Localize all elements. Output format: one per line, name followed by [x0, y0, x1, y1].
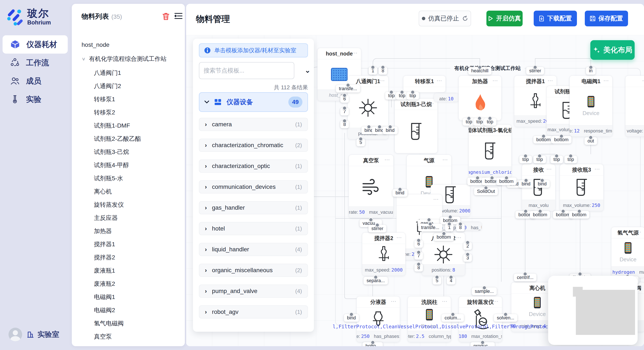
- node-menu-icon[interactable]: ⋯: [391, 298, 397, 305]
- indent-list-icon[interactable]: [174, 12, 182, 19]
- port-chip-separa...[interactable]: separa...: [364, 277, 388, 285]
- sidebar-item-members[interactable]: 成员: [2, 72, 68, 90]
- tree-item[interactable]: 八通阀门2: [72, 80, 185, 93]
- port-chip-solven...[interactable]: solven...: [494, 314, 517, 322]
- port-chip-transfe...[interactable]: transfe...: [418, 224, 442, 231]
- tree-item[interactable]: 离心机: [72, 185, 185, 198]
- tree-item[interactable]: 转移泵2: [72, 106, 185, 119]
- tree-item[interactable]: 电磁阀1: [72, 291, 185, 304]
- node-menu-icon[interactable]: ⋯: [436, 77, 442, 84]
- tree-item[interactable]: 试剂瓶2-乙酸乙酯: [72, 132, 185, 146]
- tree-item[interactable]: 氢气电磁阀: [72, 317, 185, 330]
- refresh-icon[interactable]: [462, 15, 468, 21]
- tree-item[interactable]: 主反应器: [72, 211, 185, 224]
- port-chip-1[interactable]: 1: [445, 224, 454, 231]
- port-chip-transfe...[interactable]: transfe...: [336, 85, 360, 93]
- sidebar-item-workflow[interactable]: 工作流: [2, 54, 68, 72]
- node-menu-icon[interactable]: ⋯: [384, 157, 390, 163]
- node-menu-icon[interactable]: ⋯: [642, 77, 644, 84]
- port-chip-top[interactable]: top: [564, 156, 577, 163]
- node-menu-icon[interactable]: ⋯: [548, 77, 554, 84]
- start-simulation-button[interactable]: 开启仿真: [486, 11, 522, 26]
- tree-item[interactable]: 试剂瓶5-水: [72, 172, 185, 185]
- category-gas_handler[interactable]: ›gas_handler(1): [199, 201, 308, 214]
- port-chip-bottom[interactable]: bottom: [569, 211, 589, 219]
- port-chip-bind[interactable]: bind: [518, 180, 534, 188]
- category-characterization_optic[interactable]: ›characterization_optic(1): [199, 160, 308, 173]
- node-menu-icon[interactable]: ⋯: [379, 77, 385, 84]
- canvas-node-固体试剂瓶3-氯化镁[interactable]: 固体试剂瓶3-氯化镁⋯agent: magnesium_chloridephys: [468, 124, 512, 178]
- port-chip-8[interactable]: 8: [414, 264, 423, 272]
- port-chip-centrif...[interactable]: centrif...: [514, 274, 536, 281]
- category-organic_miscellaneous[interactable]: ›organic_miscellaneous(2): [199, 264, 308, 277]
- canvas-node-加热器[interactable]: 加热器⋯: [458, 75, 502, 121]
- tree-item[interactable]: 搅拌器1: [72, 238, 185, 251]
- node-menu-icon[interactable]: ⋯: [603, 77, 609, 84]
- port-chip-colum...[interactable]: colum...: [442, 314, 464, 322]
- port-chip-bottom[interactable]: bottom: [551, 136, 572, 144]
- port-chip-top[interactable]: top: [406, 92, 419, 100]
- node-menu-icon[interactable]: ⋯: [493, 298, 499, 305]
- port-chip-2[interactable]: 2: [464, 242, 472, 250]
- search-input[interactable]: [199, 62, 294, 79]
- canvas-node-氢气气源[interactable]: 氢气气源⋯Device_type: hydrogenmax_pre: [611, 227, 644, 278]
- tree-item[interactable]: 八通阀门1: [72, 66, 185, 80]
- port-chip-7[interactable]: 7: [340, 108, 349, 116]
- port-chip-6[interactable]: 6: [340, 95, 349, 103]
- category-communication_devices[interactable]: ›communication_devices(1): [199, 180, 308, 193]
- tree-item[interactable]: ∨有机化学流程综合测试工作站: [72, 52, 185, 65]
- canvas-node-接收瓶3[interactable]: 接收瓶3⋯max_volume: 250: [560, 164, 604, 211]
- tree-item[interactable]: 废液瓶1: [72, 264, 185, 277]
- canvas-node-真空泵[interactable]: 真空泵⋯pump_rate: 50max_vacuum: 0.1: [348, 155, 394, 218]
- node-menu-icon[interactable]: ⋯: [636, 229, 642, 235]
- canvas-node-分液器[interactable]: 分液器⋯volume: 250has_phases: true: [356, 296, 400, 342]
- port-chip-bottom[interactable]: bottom: [530, 211, 550, 219]
- port-chip-bind[interactable]: bind: [344, 314, 359, 322]
- category-camera[interactable]: ›camera(1): [199, 118, 308, 131]
- node-menu-icon[interactable]: ⋯: [396, 234, 402, 241]
- tree-item[interactable]: 转移泵1: [72, 93, 185, 106]
- port-chip-stirrer[interactable]: stirrer: [526, 67, 544, 75]
- category-liquid_handler[interactable]: ›liquid_handler(4): [199, 243, 308, 256]
- tree-item[interactable]: 试剂瓶4-甲醇: [72, 159, 185, 172]
- chevron-down-icon[interactable]: ∨: [82, 56, 86, 62]
- canvas-node-转移泵1[interactable]: 转移泵1⋯: [403, 75, 446, 93]
- port-chip-botto...[interactable]: botto...: [362, 342, 383, 346]
- port-chip-stirrer[interactable]: stirrer: [368, 225, 386, 232]
- port-chip-3[interactable]: 3: [464, 254, 472, 262]
- port-chip-bottom[interactable]: bottom: [434, 233, 454, 241]
- chevron-collapse-icon[interactable]: ⌄: [304, 66, 311, 74]
- canvas-node-试剂瓶3-己烷[interactable]: 试剂瓶3-己烷⋯: [394, 98, 438, 153]
- port-chip-bind[interactable]: bind: [383, 127, 398, 134]
- node-menu-icon[interactable]: ⋯: [502, 126, 508, 133]
- beautify-layout-button[interactable]: 美化布局: [590, 40, 635, 60]
- canvas-node[interactable]: ⋯voltage: 12: [625, 75, 644, 137]
- simulation-status-pill[interactable]: 仿真已停止: [419, 11, 471, 26]
- trash-icon[interactable]: [162, 12, 170, 20]
- node-menu-icon[interactable]: ⋯: [492, 77, 498, 84]
- port-chip-5[interactable]: 5: [433, 277, 441, 285]
- group-instrument-devices[interactable]: 仪器设备 49: [199, 92, 308, 112]
- port-chip-top[interactable]: top: [520, 156, 532, 163]
- port-chip-bottom[interactable]: bottom: [533, 136, 554, 144]
- canvas-node-电磁阀1[interactable]: 电磁阀1⋯Devicevoltage: 12response_time: 0.1: [570, 75, 612, 137]
- port-chip-in[interactable]: in: [586, 67, 596, 75]
- download-config-button[interactable]: 下载配置: [534, 11, 577, 26]
- port-chip-top[interactable]: top: [484, 118, 496, 126]
- port-chip-produc...[interactable]: produc...: [470, 342, 495, 346]
- avatar[interactable]: [8, 328, 22, 341]
- tree-item[interactable]: 电磁阀2: [72, 304, 185, 317]
- category-pump_and_valve[interactable]: ›pump_and_valve(4): [199, 285, 308, 298]
- port-chip-bottom[interactable]: bottom: [496, 177, 516, 185]
- node-menu-icon[interactable]: ⋯: [442, 298, 448, 305]
- port-chip-8[interactable]: 8: [379, 67, 387, 75]
- node-menu-icon[interactable]: ⋯: [352, 50, 358, 56]
- port-chip-bind[interactable]: bind: [392, 189, 408, 197]
- category-hotel[interactable]: ›hotel(1): [199, 222, 308, 235]
- port-chip-heatchill[interactable]: heatchill: [468, 67, 492, 75]
- port-chip-8[interactable]: 8: [340, 121, 349, 128]
- tree-item[interactable]: 旋转蒸发仪: [72, 198, 185, 211]
- sidebar-item-experiments[interactable]: 实验: [2, 90, 68, 108]
- port-chip-bind[interactable]: bind: [535, 180, 550, 188]
- save-config-button[interactable]: 保存配置: [585, 11, 628, 26]
